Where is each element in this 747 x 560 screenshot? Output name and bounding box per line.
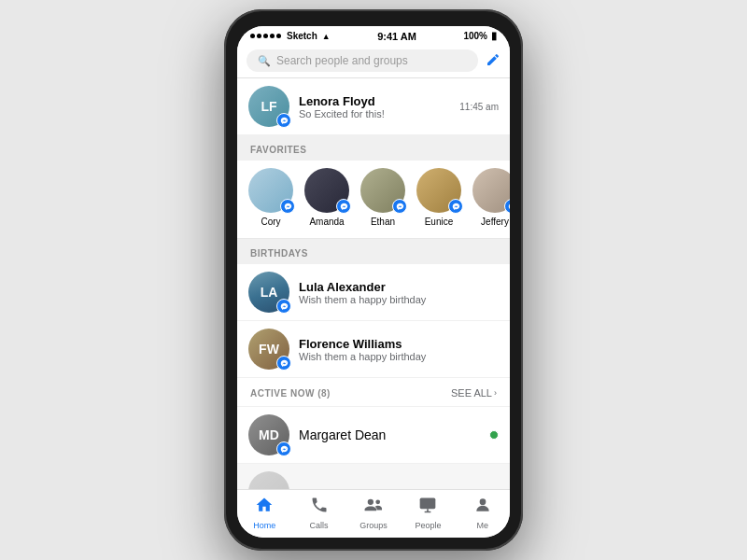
birthday-item-lula[interactable]: LA Lula Alexander Wish them a happy birt… [237,264,510,321]
message-preview-lenora: So Excited for this! [299,108,450,119]
active-item-partial [237,464,510,489]
messenger-badge-lenora [276,113,291,128]
tab-calls[interactable]: Calls [291,496,345,530]
avatar-partial [248,471,289,489]
avatar-amanda [304,168,349,213]
favorite-name-eunice: Eunice [425,217,454,227]
birthday-sub-florence: Wish them a happy birthday [299,351,499,362]
favorite-name-jeffery: Jeffery [481,217,509,227]
scroll-content[interactable]: LF Lenora Floyd So Excited for this! 11:… [237,78,510,489]
avatar-ethan [360,168,405,213]
avatar-wrap-florence: FW [248,329,289,370]
avatar-jeffery [472,168,510,213]
birthday-name-lula: Lula Alexander [299,280,499,294]
me-icon [473,496,492,519]
favorite-name-cory: Cory [261,217,280,227]
favorite-ethan[interactable]: Ethan [360,168,405,227]
calls-icon [310,496,329,519]
compose-icon[interactable] [486,52,500,70]
tab-home[interactable]: Home [237,496,291,530]
messenger-badge-eunice [448,199,463,214]
avatar-wrap-lenora: LF [248,86,289,127]
search-icon: 🔍 [258,55,271,67]
tab-people-label: People [415,521,441,530]
message-time-lenora: 11:45 am [459,102,499,112]
svg-point-0 [368,499,374,505]
favorite-jeffery[interactable]: Jeffery [472,168,510,227]
favorites-row: Cory Amanda Etha [237,161,510,239]
status-time: 9:41 AM [377,31,416,42]
signal-dots [250,34,281,38]
tab-me-label: Me [477,521,489,530]
messenger-badge-amanda [336,199,351,214]
messenger-badge-ethan [392,199,407,214]
signal-dot-4 [270,34,275,38]
signal-dot-3 [263,34,268,38]
messenger-badge-cory [280,199,295,214]
svg-rect-2 [420,498,436,510]
carrier-name: Sketch [287,31,317,41]
svg-point-5 [479,498,486,505]
tab-groups[interactable]: Groups [346,496,401,530]
tab-people[interactable]: People [401,496,455,530]
search-bar-container: 🔍 Search people and groups [237,44,510,78]
messenger-badge-lula [276,299,291,314]
tab-home-label: Home [253,521,275,530]
status-bar: Sketch ▲ 9:41 AM 100% ▮ [237,26,510,44]
chevron-right-icon: › [494,388,497,398]
avatar-eunice [416,168,461,213]
avatar-wrap-margaret: MD [248,414,289,455]
see-all-button[interactable]: SEE ALL › [451,387,497,399]
phone-wrapper: Sketch ▲ 9:41 AM 100% ▮ 🔍 Search people … [224,9,523,551]
messenger-badge-margaret [276,441,291,456]
phone-screen: Sketch ▲ 9:41 AM 100% ▮ 🔍 Search people … [237,26,510,538]
groups-icon [363,496,384,519]
avatar-wrap-lula: LA [248,272,289,313]
favorite-cory[interactable]: Cory [248,168,293,227]
message-content-lenora: Lenora Floyd So Excited for this! [299,94,450,119]
signal-dot-5 [276,34,281,38]
people-icon [418,496,437,519]
status-right: 100% ▮ [463,30,497,42]
birthday-name-florence: Florence Williams [299,337,499,351]
message-item-lenora[interactable]: LF Lenora Floyd So Excited for this! 11:… [237,78,510,135]
birthdays-label: BIRTHDAYS [237,239,510,264]
online-indicator-margaret [489,430,499,440]
favorite-name-ethan: Ethan [371,217,395,227]
svg-point-1 [375,500,380,505]
search-placeholder: Search people and groups [276,54,408,67]
active-item-margaret[interactable]: MD Margaret Dean [237,407,510,464]
favorite-name-amanda: Amanda [309,217,344,227]
birthday-sub-lula: Wish them a happy birthday [299,294,499,305]
messenger-badge-florence [276,356,291,371]
home-icon [255,496,274,519]
avatar-cory [248,168,293,213]
messenger-badge-jeffery [504,199,510,214]
tab-groups-label: Groups [359,521,388,530]
tab-me[interactable]: Me [456,496,510,530]
tab-calls-label: Calls [310,521,329,530]
active-now-label: ACTIVE NOW (8) [250,388,331,399]
birthday-content-lula: Lula Alexander Wish them a happy birthda… [299,280,499,305]
search-bar[interactable]: 🔍 Search people and groups [247,49,478,72]
signal-dot-2 [257,34,261,38]
wifi-icon: ▲ [322,32,331,41]
favorite-eunice[interactable]: Eunice [416,168,461,227]
active-name-margaret: Margaret Dean [299,427,480,442]
favorite-amanda[interactable]: Amanda [304,168,349,227]
birthday-item-florence[interactable]: FW Florence Williams Wish them a happy b… [237,321,510,378]
avatar-wrap-partial [248,471,289,489]
status-left: Sketch ▲ [250,31,331,41]
signal-dot-1 [250,34,255,38]
birthday-content-florence: Florence Williams Wish them a happy birt… [299,337,499,362]
battery-icon: ▮ [491,30,497,42]
message-name-lenora: Lenora Floyd [299,94,450,108]
battery-percent: 100% [463,31,487,41]
active-now-header: ACTIVE NOW (8) SEE ALL › [237,378,510,407]
favorites-label: FAVORITES [237,135,510,161]
tab-bar: Home Calls Groups People [237,489,510,538]
